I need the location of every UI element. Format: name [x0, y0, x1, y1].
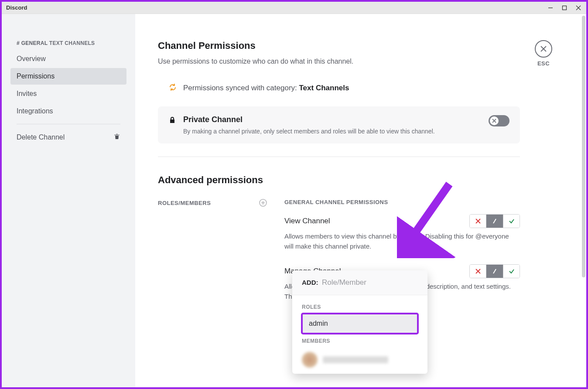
- popover-header: ADD: Role/Member: [292, 270, 427, 295]
- sync-text: Permissions synced with category: Text C…: [183, 84, 349, 92]
- private-channel-card: Private Channel By making a channel priv…: [158, 106, 520, 143]
- delete-channel-label: Delete Channel: [17, 133, 65, 141]
- private-channel-title: Private Channel: [183, 115, 482, 124]
- sync-icon: [168, 83, 177, 93]
- page-subtitle: Use permissions to customize who can do …: [158, 58, 560, 65]
- svg-line-16: [493, 269, 496, 273]
- close-icon: [535, 40, 552, 58]
- channel-name: GENERAL: [21, 40, 48, 46]
- add-role-popover: ADD: Role/Member ROLES admin MEMBERS: [292, 270, 427, 374]
- sidebar-item-permissions[interactable]: Permissions: [10, 68, 126, 85]
- close-window-button[interactable]: [575, 4, 582, 11]
- hash-icon: #: [17, 40, 20, 46]
- roles-column: ROLES/MEMBERS: [158, 199, 267, 314]
- popover-roles-label: ROLES: [302, 304, 418, 310]
- titlebar: Discord: [2, 2, 586, 14]
- sidebar-divider: [17, 124, 120, 124]
- lock-icon: [168, 116, 176, 126]
- popover-add-label: ADD:: [302, 279, 318, 286]
- close-label: ESC: [535, 60, 552, 67]
- avatar: [302, 352, 318, 368]
- sidebar-item-integrations[interactable]: Integrations: [10, 103, 126, 119]
- permission-name: View Channel: [284, 217, 330, 225]
- add-role-button[interactable]: [259, 199, 267, 207]
- permission-neutral-button[interactable]: [486, 215, 503, 228]
- sync-row: Permissions synced with category: Text C…: [158, 83, 560, 93]
- trash-icon: [113, 133, 120, 142]
- close-settings-button[interactable]: ESC: [535, 40, 552, 67]
- private-channel-desc: By making a channel private, only select…: [183, 128, 482, 135]
- app-title: Discord: [6, 4, 27, 11]
- advanced-permissions-title: Advanced permissions: [158, 174, 560, 186]
- permission-toggle: [469, 264, 520, 278]
- scrollbar[interactable]: [582, 16, 585, 382]
- sync-category: Text Channels: [299, 84, 349, 92]
- sidebar-delete-channel[interactable]: Delete Channel: [10, 129, 126, 146]
- app-window: Discord # GENERAL TEXT CHANNELS Overview…: [2, 2, 586, 387]
- general-channel-permissions-label: GENERAL CHANNEL PERMISSIONS: [284, 199, 520, 205]
- permission-neutral-button[interactable]: [486, 265, 503, 278]
- sidebar-item-overview[interactable]: Overview: [10, 51, 126, 67]
- settings-sidebar: # GENERAL TEXT CHANNELS Overview Permiss…: [2, 14, 135, 387]
- sidebar-item-invites[interactable]: Invites: [10, 85, 126, 102]
- roles-members-label: ROLES/MEMBERS: [158, 200, 211, 206]
- permission-view-channel: View Channel Allows members to view this…: [284, 214, 520, 251]
- popover-members-label: MEMBERS: [302, 338, 418, 344]
- permission-allow-button[interactable]: [503, 215, 520, 228]
- divider: [158, 157, 520, 157]
- popover-member-item[interactable]: [302, 348, 418, 372]
- svg-rect-1: [563, 6, 567, 10]
- channel-category: TEXT CHANNELS: [49, 40, 95, 46]
- minimize-button[interactable]: [547, 4, 554, 11]
- popover-role-admin[interactable]: admin: [302, 314, 418, 334]
- permission-toggle: [469, 214, 520, 228]
- toggle-knob: [490, 116, 499, 125]
- svg-line-13: [493, 219, 496, 223]
- window-controls: [547, 4, 582, 11]
- permission-allow-button[interactable]: [503, 265, 520, 278]
- private-channel-toggle[interactable]: [489, 115, 509, 126]
- permission-deny-button[interactable]: [470, 265, 486, 278]
- popover-search-input[interactable]: Role/Member: [322, 278, 366, 287]
- main-content: ESC Channel Permissions Use permissions …: [135, 14, 586, 387]
- maximize-button[interactable]: [561, 4, 568, 11]
- page-title: Channel Permissions: [158, 40, 560, 51]
- permission-desc: Allows members to view this channel by d…: [284, 232, 520, 251]
- sidebar-channel-header: # GENERAL TEXT CHANNELS: [10, 40, 126, 51]
- member-name: [323, 356, 388, 363]
- permission-deny-button[interactable]: [470, 215, 486, 228]
- app-body: # GENERAL TEXT CHANNELS Overview Permiss…: [2, 14, 586, 387]
